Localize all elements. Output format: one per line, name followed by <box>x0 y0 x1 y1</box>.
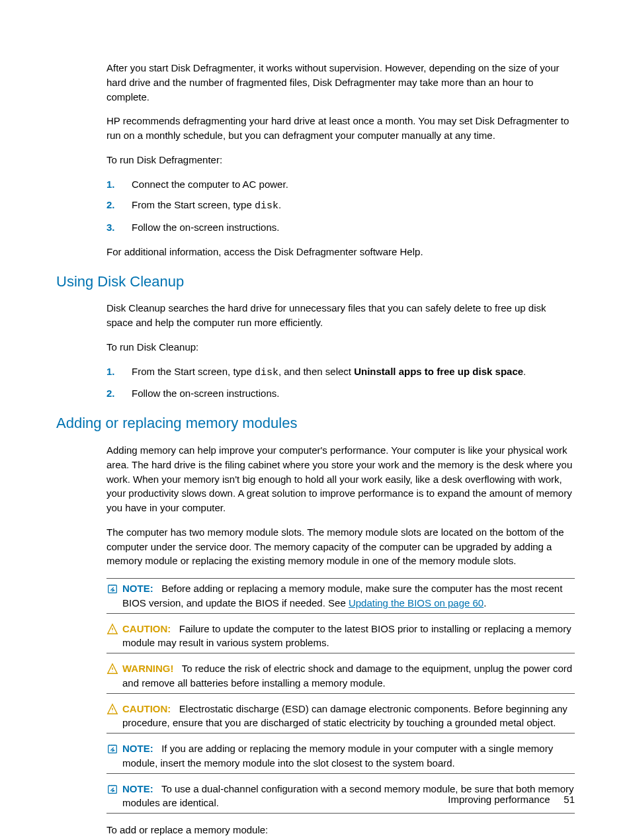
caution-callout: CAUTION: Failure to update the computer … <box>106 619 575 654</box>
list-item: 3. Follow the on-screen instructions. <box>106 220 575 235</box>
callout-text: NOTE: If you are adding or replacing the… <box>122 741 575 771</box>
list-text: Connect the computer to AC power. <box>132 177 575 192</box>
list-number: 3. <box>106 220 132 235</box>
list-number: 2. <box>106 386 132 401</box>
note-icon <box>106 583 118 599</box>
caution-label: CAUTION: <box>122 703 171 714</box>
code-text: disk <box>255 367 278 378</box>
note-icon <box>106 743 118 759</box>
list-text: Follow the on-screen instructions. <box>132 386 575 401</box>
caution-icon <box>106 623 118 639</box>
body-paragraph: HP recommends defragmenting your hard dr… <box>106 114 575 143</box>
body-paragraph: After you start Disk Defragmenter, it wo… <box>106 61 575 104</box>
list-text: From the Start screen, type disk, and th… <box>132 364 575 380</box>
warning-label: WARNING! <box>122 663 174 674</box>
code-text: disk <box>255 200 278 212</box>
body-paragraph: For additional information, access the D… <box>106 245 575 259</box>
bios-update-link[interactable]: Updating the BIOS on page 60 <box>349 597 484 609</box>
bold-text: Uninstall apps to free up disk space <box>354 366 523 377</box>
note-label: NOTE: <box>122 583 153 594</box>
body-paragraph: Adding memory can help improve your comp… <box>106 443 575 515</box>
body-paragraph: To add or replace a memory module: <box>106 823 575 837</box>
note-icon <box>106 783 118 799</box>
ordered-list: 1. Connect the computer to AC power. 2. … <box>106 177 575 235</box>
list-number: 1. <box>106 364 132 380</box>
callout-text: WARNING! To reduce the risk of electric … <box>122 661 575 691</box>
caution-callout: CAUTION: Electrostatic discharge (ESD) c… <box>106 699 575 734</box>
list-item: 1. Connect the computer to AC power. <box>106 177 575 192</box>
list-number: 1. <box>106 177 132 192</box>
list-item: 2. Follow the on-screen instructions. <box>106 386 575 401</box>
list-item: 1. From the Start screen, type disk, and… <box>106 364 575 380</box>
warning-icon <box>106 663 118 679</box>
body-paragraph: Disk Cleanup searches the hard drive for… <box>106 301 575 330</box>
caution-label: CAUTION: <box>122 623 171 634</box>
footer-section-title: Improving performance <box>448 794 550 805</box>
body-paragraph: To run Disk Cleanup: <box>106 340 575 355</box>
note-label: NOTE: <box>122 743 153 754</box>
ordered-list: 1. From the Start screen, type disk, and… <box>106 364 575 401</box>
caution-icon <box>106 703 118 719</box>
callout-text: NOTE: Before adding or replacing a memor… <box>122 581 575 610</box>
note-label: NOTE: <box>122 783 153 794</box>
list-text: From the Start screen, type disk. <box>132 198 575 214</box>
warning-callout: WARNING! To reduce the risk of electric … <box>106 659 575 694</box>
list-text: Follow the on-screen instructions. <box>132 220 575 235</box>
section-heading-memory-modules: Adding or replacing memory modules <box>56 413 575 434</box>
body-paragraph: The computer has two memory module slots… <box>106 525 575 568</box>
list-number: 2. <box>106 198 132 214</box>
note-callout: NOTE: Before adding or replacing a memor… <box>106 578 575 614</box>
callout-text: CAUTION: Failure to update the computer … <box>122 622 575 651</box>
page-content: After you start Disk Defragmenter, it wo… <box>0 0 631 837</box>
callout-text: CAUTION: Electrostatic discharge (ESD) c… <box>122 702 575 731</box>
page-footer: Improving performance 51 <box>448 792 575 807</box>
body-paragraph: To run Disk Defragmenter: <box>106 153 575 167</box>
list-item: 2. From the Start screen, type disk. <box>106 198 575 214</box>
page-number: 51 <box>564 794 575 805</box>
note-callout: NOTE: If you are adding or replacing the… <box>106 739 575 774</box>
section-heading-disk-cleanup: Using Disk Cleanup <box>56 271 575 292</box>
